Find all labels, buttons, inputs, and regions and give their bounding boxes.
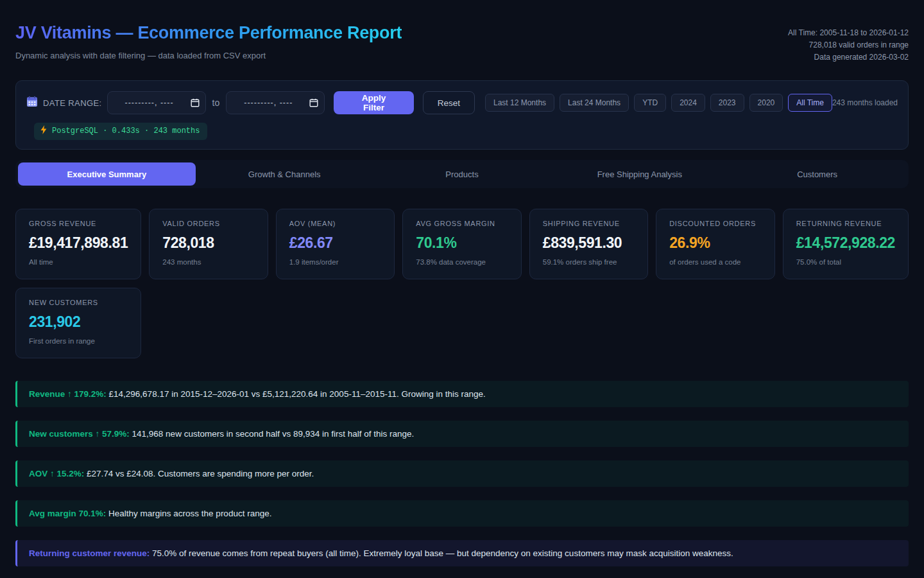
- kpi-value: 231,902: [29, 313, 128, 331]
- date-from-field[interactable]: [107, 91, 206, 114]
- insight-body: Healthy margins across the product range…: [106, 509, 271, 518]
- kpi-sub: First orders in range: [29, 337, 128, 345]
- tab-customers[interactable]: Customers: [728, 162, 906, 186]
- kpi-sub: All time: [29, 258, 128, 266]
- insight-avg-margin: Avg margin 70.1%: Healthy margins across…: [15, 500, 909, 527]
- kpi-sub: 73.8% data coverage: [416, 258, 508, 266]
- kpi-sub: 75.0% of total: [796, 258, 895, 266]
- kpi-label: SHIPPING REVENUE: [543, 220, 635, 227]
- kpi-label: RETURNING REVENUE: [796, 220, 895, 227]
- meta-all-time: All Time: 2005-11-18 to 2026-01-12: [788, 27, 909, 39]
- chip-ytd[interactable]: YTD: [634, 94, 666, 112]
- insight-body: £27.74 vs £24.08. Customers are spending…: [84, 469, 314, 478]
- kpi-label: AOV (MEAN): [289, 220, 381, 227]
- insight-lead: Revenue ↑ 179.2%:: [29, 389, 107, 399]
- date-filter-panel: DATE RANGE: to: [15, 80, 909, 150]
- kpi-card-new-customers: NEW CUSTOMERS 231,902 First orders in ra…: [15, 288, 141, 358]
- header-meta: All Time: 2005-11-18 to 2026-01-12 728,0…: [788, 23, 909, 64]
- query-status-badge: PostgreSQL · 0.433s · 243 months: [34, 123, 207, 140]
- insight-lead: Avg margin 70.1%:: [29, 509, 106, 518]
- to-label: to: [212, 98, 220, 108]
- date-picker-icon[interactable]: [309, 98, 318, 110]
- calendar-icon: [26, 96, 38, 110]
- chip-last-12-months[interactable]: Last 12 Months: [485, 94, 554, 112]
- months-loaded-text: 243 months loaded: [832, 98, 898, 107]
- chip-2024[interactable]: 2024: [671, 94, 705, 112]
- kpi-label: DISCOUNTED ORDERS: [669, 220, 762, 227]
- meta-valid-orders: 728,018 valid orders in range: [788, 39, 909, 51]
- kpi-label: NEW CUSTOMERS: [29, 299, 128, 306]
- insight-body: 141,968 new customers in second half vs …: [130, 429, 415, 439]
- kpi-value: 728,018: [162, 234, 254, 252]
- tab-free-shipping-analysis[interactable]: Free Shipping Analysis: [551, 162, 728, 186]
- kpi-card-returning-revenue: RETURNING REVENUE £14,572,928.22 75.0% o…: [783, 209, 909, 279]
- kpi-card-valid-orders: VALID ORDERS 728,018 243 months: [149, 209, 268, 279]
- insight-returning-revenue: Returning customer revenue: 75.0% of rev…: [15, 540, 909, 566]
- kpi-value: £14,572,928.22: [796, 234, 895, 252]
- tab-growth-channels[interactable]: Growth & Channels: [196, 162, 373, 186]
- apply-filter-button[interactable]: Apply Filter: [334, 91, 413, 114]
- chip-2020[interactable]: 2020: [749, 94, 783, 112]
- header-left: JV Vitamins — Ecommerce Performance Repo…: [15, 23, 402, 60]
- reset-button[interactable]: Reset: [423, 91, 475, 114]
- kpi-grid: GROSS REVENUE £19,417,898.81 All time VA…: [15, 209, 909, 358]
- date-range-label: DATE RANGE:: [43, 98, 102, 108]
- chip-all-time[interactable]: All Time: [788, 94, 832, 112]
- insight-lead: AOV ↑ 15.2%:: [29, 469, 84, 478]
- insight-revenue-growth: Revenue ↑ 179.2%: £14,296,678.17 in 2015…: [15, 381, 909, 407]
- header: JV Vitamins — Ecommerce Performance Repo…: [15, 0, 909, 64]
- lightning-icon: [40, 125, 47, 137]
- date-to-field[interactable]: [226, 91, 325, 114]
- tabbar: Executive Summary Growth & Channels Prod…: [15, 160, 909, 188]
- kpi-label: AVG GROSS MARGIN: [416, 220, 508, 227]
- insights-section: Revenue ↑ 179.2%: £14,296,678.17 in 2015…: [15, 381, 909, 566]
- kpi-sub: of orders used a code: [669, 258, 762, 266]
- kpi-sub: 243 months: [162, 258, 254, 266]
- chip-last-24-months[interactable]: Last 24 Months: [560, 94, 629, 112]
- tab-executive-summary[interactable]: Executive Summary: [18, 162, 196, 186]
- insight-new-customers: New customers ↑ 57.9%: 141,968 new custo…: [15, 421, 909, 447]
- kpi-card-shipping-revenue: SHIPPING REVENUE £839,591.30 59.1% order…: [529, 209, 648, 279]
- date-picker-icon[interactable]: [191, 98, 200, 110]
- kpi-card-discounted-orders: DISCOUNTED ORDERS 26.9% of orders used a…: [656, 209, 775, 279]
- kpi-value: 70.1%: [416, 234, 508, 252]
- kpi-sub: 1.9 items/order: [289, 258, 381, 266]
- kpi-card-gross-revenue: GROSS REVENUE £19,417,898.81 All time: [15, 209, 141, 279]
- page-title: JV Vitamins — Ecommerce Performance Repo…: [15, 23, 402, 43]
- kpi-value: £19,417,898.81: [29, 234, 128, 252]
- insight-lead: New customers ↑ 57.9%:: [29, 429, 130, 439]
- status-row: PostgreSQL · 0.433s · 243 months: [26, 123, 898, 140]
- quick-range-chips: Last 12 Months Last 24 Months YTD 2024 2…: [485, 94, 832, 112]
- filter-row: DATE RANGE: to: [26, 91, 898, 114]
- report-page: JV Vitamins — Ecommerce Performance Repo…: [0, 0, 924, 578]
- kpi-label: GROSS REVENUE: [29, 220, 128, 227]
- kpi-value: £26.67: [289, 234, 381, 252]
- kpi-card-avg-gross-margin: AVG GROSS MARGIN 70.1% 73.8% data covera…: [402, 209, 521, 279]
- insight-body: £14,296,678.17 in 2015-12–2026-01 vs £5,…: [107, 389, 486, 399]
- meta-generated: Data generated 2026-03-02: [788, 51, 909, 64]
- query-status-text: PostgreSQL · 0.433s · 243 months: [52, 127, 200, 136]
- kpi-value: £839,591.30: [543, 234, 635, 252]
- insight-aov: AOV ↑ 15.2%: £27.74 vs £24.08. Customers…: [15, 460, 909, 487]
- insight-lead: Returning customer revenue:: [29, 548, 150, 558]
- insight-body: 75.0% of revenue comes from repeat buyer…: [150, 548, 733, 558]
- kpi-label: VALID ORDERS: [162, 220, 254, 227]
- chip-2023[interactable]: 2023: [710, 94, 744, 112]
- kpi-value: 26.9%: [669, 234, 762, 252]
- kpi-sub: 59.1% orders ship free: [543, 258, 635, 266]
- page-subtitle: Dynamic analysis with date filtering — d…: [15, 51, 402, 60]
- kpi-card-aov-mean: AOV (MEAN) £26.67 1.9 items/order: [276, 209, 395, 279]
- tab-products[interactable]: Products: [373, 162, 551, 186]
